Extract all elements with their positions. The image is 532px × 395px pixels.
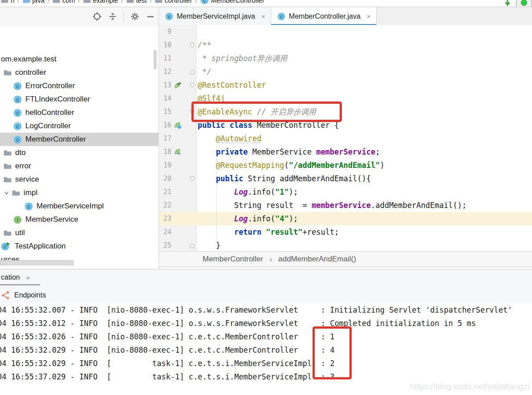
code-text: public String addMemberAndEmail(){: [198, 174, 371, 183]
tree-item-label: util: [15, 228, 25, 237]
tree-item-om-example-test[interactable]: om.example.test: [0, 53, 158, 66]
line-number: 12: [159, 68, 171, 76]
tree-item-error[interactable]: error: [0, 159, 158, 173]
line-number: 17: [159, 134, 171, 143]
close-icon[interactable]: ×: [261, 12, 265, 20]
class-icon: c: [13, 109, 22, 117]
tree-item-memberservice[interactable]: IMemberService: [0, 213, 158, 226]
tree-item-service[interactable]: service: [0, 173, 158, 186]
breadcrumb-class[interactable]: MemberController: [203, 255, 263, 264]
code-line-19[interactable]: 19 @RequestMapping("/addMemberAndEmail"): [159, 159, 532, 172]
tree-item-testapplication[interactable]: cTestApplication: [0, 240, 158, 253]
close-icon[interactable]: ×: [26, 274, 30, 281]
code-line-23[interactable]: 23 Log.info("4");: [159, 212, 532, 225]
code-line-25[interactable]: 25 }: [159, 239, 532, 251]
breadcrumb-separator: /: [150, 0, 152, 4]
breadcrumb-item-controller[interactable]: controller: [155, 0, 192, 4]
code-line-10[interactable]: 10/**: [159, 38, 532, 52]
run-tool-window: cation × Endpoints 04 16:55:32.007 - INF…: [0, 269, 532, 395]
code-line-20[interactable]: 20 public String addMemberAndEmail(){: [159, 172, 532, 185]
console-lines: 04 16:55:32.007 - INFO [nio-8080-exec-1]…: [0, 303, 532, 383]
fold-up-icon[interactable]: [190, 243, 195, 248]
project-toolbar: [92, 11, 155, 22]
line-number: 20: [159, 175, 171, 183]
fold-down-icon[interactable]: [190, 82, 195, 88]
settings-icon[interactable]: [130, 12, 140, 21]
run-button[interactable]: [516, 0, 532, 7]
breadcrumb-item-com[interactable]: com: [53, 0, 75, 4]
class-icon: c: [277, 12, 285, 20]
tree-item-logcontroller[interactable]: cLogController: [0, 119, 158, 133]
breadcrumb-item-membercontroller[interactable]: cMemberController: [200, 0, 264, 4]
code-line-13[interactable]: 13@RestController: [159, 78, 532, 92]
code-line-12[interactable]: 12 */: [159, 65, 532, 78]
breadcrumb-item-test[interactable]: test: [126, 0, 147, 4]
nav-right-actions: [504, 0, 532, 7]
locate-icon[interactable]: [92, 12, 102, 21]
tree-item-hellocontroller[interactable]: chelloController: [0, 106, 158, 119]
close-icon[interactable]: ×: [367, 12, 371, 20]
tree-item-label: om.example.test: [1, 55, 57, 64]
fold-up-icon[interactable]: [190, 69, 195, 75]
leaf-check-icon[interactable]: [174, 81, 182, 89]
breadcrumb-item-java[interactable]: java: [23, 0, 45, 4]
chevron-down-icon[interactable]: [4, 190, 9, 196]
tree-item-controller[interactable]: controller: [0, 66, 158, 79]
line-number: 15: [159, 108, 171, 116]
tab-label: MemberController.java: [289, 12, 361, 20]
code-line-21[interactable]: 21 Log.info("1");: [159, 185, 532, 199]
breadcrumb-item-example[interactable]: example: [83, 0, 118, 4]
svg-text:c: c: [280, 13, 283, 19]
line-number: 22: [159, 201, 171, 209]
tree-item-membercontroller[interactable]: cMemberController: [0, 133, 158, 146]
green-arrow-icon[interactable]: [504, 0, 512, 7]
code-line-15[interactable]: 15@EnableAsync // 开启异步调用: [159, 105, 532, 118]
code-line-16[interactable]: 16cpublic class MemberController {: [159, 118, 532, 132]
code-line-11[interactable]: 11 * springboot异步调用: [159, 52, 532, 65]
tree-item-dto[interactable]: dto: [0, 146, 158, 159]
line-number: 18: [159, 148, 171, 156]
tree-item-impl[interactable]: impl: [0, 186, 158, 200]
code-line-24[interactable]: 24 return "result"+result;: [159, 225, 532, 239]
tab-membercontroller[interactable]: c MemberController.java ×: [271, 7, 377, 25]
breadcrumb-method[interactable]: addMemberAndEmail(): [278, 255, 356, 264]
tree-item-ftlindexcontroller[interactable]: cFTLIndexController: [0, 93, 158, 106]
chevron-right-icon: ›: [269, 255, 272, 264]
tree-item-label: helloController: [25, 108, 74, 117]
breadcrumb-label: com: [62, 0, 75, 4]
code-line-17[interactable]: 17 @Autowired: [159, 132, 532, 145]
minimize-icon[interactable]: [146, 12, 155, 21]
code-text: }: [198, 241, 220, 250]
endpoints-tab[interactable]: Endpoints: [1, 288, 46, 302]
tree-item-memberserviceimpl[interactable]: cMemberServiceImpl: [0, 200, 158, 213]
fold-down-icon[interactable]: [190, 42, 195, 48]
folder-icon: [4, 163, 12, 170]
code-text: @RequestMapping("/addMemberAndEmail"): [198, 161, 385, 170]
tab-memberserviceimpl[interactable]: c MemberServiceImpl.java ×: [159, 7, 271, 25]
tree-horizontal-scrollbar[interactable]: [0, 260, 73, 265]
breadcrumb-item-n[interactable]: n: [1, 0, 14, 4]
leaf-bean-icon[interactable]: c: [174, 121, 182, 129]
class-icon: c: [13, 82, 22, 90]
tree-item-label: impl: [24, 188, 37, 197]
svg-text:c: c: [28, 203, 30, 209]
code-text: private MemberService memberService;: [198, 147, 380, 156]
run-tab-application[interactable]: cation ×: [0, 271, 30, 284]
leaf-arrow-icon[interactable]: [174, 148, 182, 156]
breadcrumb-label: controller: [165, 0, 192, 4]
fold-down-icon[interactable]: [190, 109, 195, 115]
code-line-14[interactable]: 14@Slf4j: [159, 92, 532, 105]
collapse-all-icon[interactable]: [108, 12, 117, 21]
tree-item-errorcontroller[interactable]: cErrorController: [0, 79, 158, 93]
tree-item-label: error: [15, 162, 31, 171]
code-line-9[interactable]: 9: [159, 25, 532, 38]
toolbar-divider: [123, 11, 124, 22]
line-number: 19: [159, 161, 171, 169]
tree-vertical-scrollbar[interactable]: [154, 50, 157, 69]
tree-item-util[interactable]: util: [0, 226, 158, 240]
code-editor[interactable]: 910/**11 * springboot异步调用12 */13@RestCon…: [159, 25, 532, 251]
code-line-22[interactable]: 22 String result = memberService.addMemb…: [159, 199, 532, 212]
fold-down-icon[interactable]: [190, 176, 195, 182]
folder-gray-icon: [53, 0, 60, 4]
code-line-18[interactable]: 18 private MemberService memberService;: [159, 145, 532, 159]
